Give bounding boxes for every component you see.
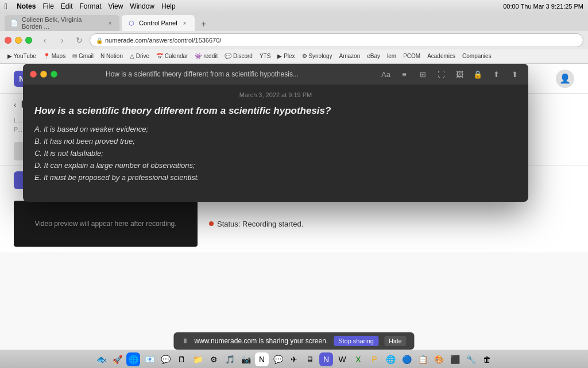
menubar-left:  Notes File Edit Format View Window Hel… xyxy=(5,2,176,11)
bookmark-calendar[interactable]: 📅 Calendar xyxy=(153,52,191,60)
video-preview-text: Video preview will appear here after rec… xyxy=(34,220,176,228)
dock-icon-apps8[interactable]: 🔧 xyxy=(464,352,478,366)
bookmark-pcom[interactable]: PCOM xyxy=(400,52,423,60)
tab-colleen[interactable]: 📄 Colleen Belk, Virginia Borden ... × xyxy=(5,15,119,31)
dock-icon-excel[interactable]: X xyxy=(351,352,365,366)
menu-help[interactable]: Help xyxy=(161,2,176,10)
dock-icon-settings[interactable]: ⚙ xyxy=(207,352,220,366)
dock-icon-notion[interactable]: N xyxy=(255,352,269,366)
traffic-lights xyxy=(5,37,32,44)
bookmark-discord[interactable]: 💬 Discord xyxy=(222,52,256,60)
menu-file[interactable]: File xyxy=(42,2,53,10)
user-avatar[interactable]: 👤 xyxy=(556,70,574,88)
notes-minimize-button[interactable] xyxy=(40,71,47,78)
dock-icon-apps5[interactable]: 📋 xyxy=(416,352,430,366)
back-arrow-icon[interactable]: ‹ xyxy=(14,100,17,109)
menu-view[interactable]: View xyxy=(109,2,123,10)
notes-titlebar: How is a scientific theory different fro… xyxy=(23,64,528,85)
menubar-time: 00:00 Thu Mar 3 9:21:25 PM xyxy=(503,3,583,10)
notes-share-icon[interactable]: ⬆ xyxy=(489,67,503,81)
dock-icon-apps3[interactable]: N xyxy=(319,352,333,366)
dock-icon-messages[interactable]: 💬 xyxy=(158,352,172,366)
menu-format[interactable]: Format xyxy=(80,2,102,10)
bookmark-companies[interactable]: Companies xyxy=(459,52,494,60)
notes-question[interactable]: How is a scientific theory different fro… xyxy=(34,105,517,117)
menu-edit[interactable]: Edit xyxy=(61,2,73,10)
dock-icon-finder[interactable]: 🐟 xyxy=(94,352,108,366)
dock-icon-apps1[interactable]: ✈ xyxy=(287,352,301,366)
dock-icon-ppt[interactable]: P xyxy=(368,352,381,366)
dock-icon-word[interactable]: W xyxy=(335,352,349,366)
bookmark-yts[interactable]: YTS xyxy=(257,52,273,60)
bookmark-notion[interactable]: N Notion xyxy=(98,52,126,60)
dock-icon-mail[interactable]: 📧 xyxy=(142,352,156,366)
notes-photo-icon[interactable]: 🖼 xyxy=(452,67,466,81)
dock-icon-apps2[interactable]: 🖥 xyxy=(303,352,317,366)
video-section: Video preview will appear here after rec… xyxy=(0,195,588,252)
notes-maximize-button[interactable] xyxy=(51,71,57,78)
dock-icon-apps6[interactable]: 🎨 xyxy=(432,352,446,366)
notes-option-e: E. It must be proposed by a professional… xyxy=(34,173,517,182)
dock-icon-discord[interactable]: 💬 xyxy=(271,352,285,366)
tab-control-panel[interactable]: ⬡ Control Panel × xyxy=(122,15,195,31)
recording-status-text: Status: Recording started. xyxy=(217,220,303,228)
dock-icon-launchpad[interactable]: 🚀 xyxy=(110,352,124,366)
bookmark-ebay[interactable]: eBay xyxy=(364,52,383,60)
dock-icon-music[interactable]: 🎵 xyxy=(223,352,237,366)
back-button[interactable]: ‹ xyxy=(38,33,52,47)
menubar:  Notes File Edit Format View Window Hel… xyxy=(0,0,588,13)
notes-traffic-lights xyxy=(30,71,57,78)
notes-close-button[interactable] xyxy=(30,71,37,78)
dock-icon-chrome[interactable]: 🌐 xyxy=(384,352,397,366)
lock-icon: 🔒 xyxy=(96,37,103,44)
tab-colleen-close[interactable]: × xyxy=(106,19,114,27)
notes-more-icon[interactable]: ⬆ xyxy=(508,67,521,81)
bookmark-maps[interactable]: 📍 Maps xyxy=(40,52,68,60)
refresh-button[interactable]: ↻ xyxy=(72,33,86,47)
notes-option-a: A. It is based on weaker evidence; xyxy=(34,125,517,133)
bookmark-drive[interactable]: △ Drive xyxy=(127,52,152,60)
notes-window: How is a scientific theory different fro… xyxy=(23,64,528,202)
tab-control-panel-label: Control Panel xyxy=(139,20,177,26)
address-bar[interactable]: 🔒 numerade.com/answers/control/1536670/ xyxy=(90,33,583,47)
tab-colleen-favicon: 📄 xyxy=(10,19,18,27)
dock-icon-apps4[interactable]: 🔵 xyxy=(400,352,413,366)
dock-icon-safari[interactable]: 🌐 xyxy=(126,352,140,366)
bookmark-gmail[interactable]: ✉ Gmail xyxy=(69,52,96,60)
dock-icon-notes[interactable]: 🗒 xyxy=(175,352,188,366)
notes-table-icon[interactable]: ⊞ xyxy=(416,67,430,81)
notes-option-b: B. It has not been proved true; xyxy=(34,137,517,145)
forward-button[interactable]: › xyxy=(55,33,69,47)
browser-chrome: 📄 Colleen Belk, Virginia Borden ... × ⬡ … xyxy=(0,13,588,64)
notes-media-icon[interactable]: ⛶ xyxy=(434,67,448,81)
dock-icon-files[interactable]: 📁 xyxy=(191,352,204,366)
notes-window-title: How is a scientific theory different fro… xyxy=(63,70,376,78)
dock: 🐟 🚀 🌐 📧 💬 🗒 📁 ⚙ 🎵 📷 N 💬 ✈ 🖥 N W X P 🌐 🔵 … xyxy=(0,350,588,368)
minimize-button[interactable] xyxy=(15,37,22,44)
maximize-button[interactable] xyxy=(25,37,32,44)
notes-font-icon[interactable]: Aa xyxy=(379,67,393,81)
bookmark-academics[interactable]: Academics xyxy=(424,52,458,60)
bookmark-lem[interactable]: lem xyxy=(384,52,399,60)
stop-sharing-button[interactable]: Stop sharing xyxy=(334,336,378,346)
dock-icon-photos[interactable]: 📷 xyxy=(239,352,253,366)
address-bar-row: ‹ › ↻ 🔒 numerade.com/answers/control/153… xyxy=(0,31,588,49)
app-name[interactable]: Notes xyxy=(17,2,36,10)
close-button[interactable] xyxy=(5,37,11,44)
bookmark-youtube[interactable]: ▶ YouTube xyxy=(5,52,39,60)
bookmark-synology[interactable]: ⚙ Synology xyxy=(299,52,335,60)
bookmark-amazon[interactable]: Amazon xyxy=(336,52,363,60)
notes-lock-icon[interactable]: 🔒 xyxy=(471,67,485,81)
bookmark-reddit[interactable]: 👾 reddit xyxy=(192,52,220,60)
new-tab-button[interactable]: + xyxy=(197,17,211,31)
hide-button[interactable]: Hide xyxy=(384,336,407,346)
tab-control-panel-close[interactable]: × xyxy=(181,19,189,27)
dock-icon-apps7[interactable]: ⬛ xyxy=(448,352,462,366)
apple-menu[interactable]:  xyxy=(5,2,7,11)
notes-toolbar-icons: Aa ≡ ⊞ ⛶ 🖼 🔒 ⬆ ⬆ xyxy=(379,67,521,81)
dock-icon-trash[interactable]: 🗑 xyxy=(480,352,494,366)
menu-window[interactable]: Window xyxy=(130,2,154,10)
bookmark-plex[interactable]: ▶ Plex xyxy=(274,52,297,60)
notes-list-icon[interactable]: ≡ xyxy=(397,67,411,81)
recording-status: Status: Recording started. xyxy=(209,201,303,247)
